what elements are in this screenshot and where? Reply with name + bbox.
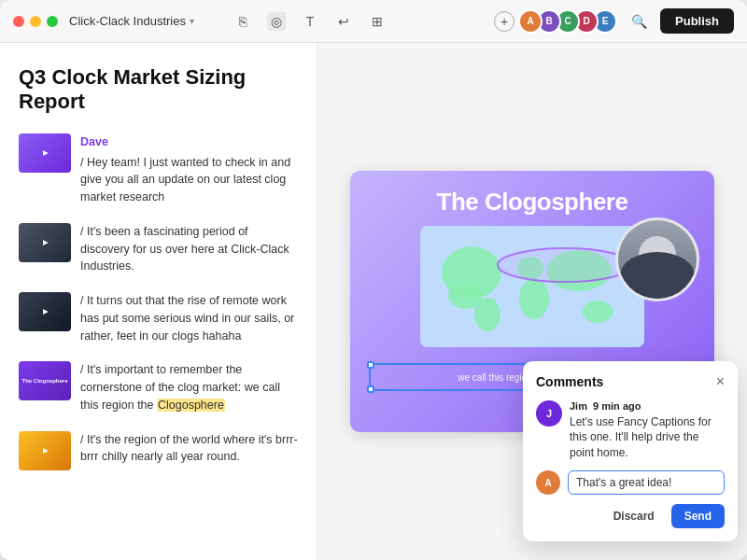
transcript-text-5: / It's the region of the world where it'… bbox=[80, 431, 298, 467]
svg-point-7 bbox=[583, 301, 613, 323]
app-name[interactable]: Click-Clack Industries ▾ bbox=[69, 14, 194, 28]
slide-map bbox=[420, 226, 644, 347]
list-item: ▶ / It's been a fascinating period of di… bbox=[19, 223, 298, 275]
handle-bl[interactable] bbox=[367, 385, 374, 393]
comment-input[interactable] bbox=[568, 470, 725, 495]
content-area: Q3 Clock Market Sizing Report ▶ Dave / H… bbox=[0, 43, 747, 560]
sidebar-title: Q3 Clock Market Sizing Report bbox=[19, 65, 298, 115]
list-item: ▶ Dave / Hey team! I just wanted to chec… bbox=[19, 133, 298, 206]
avatar-1: A bbox=[518, 9, 543, 34]
upload-tool[interactable]: ⎘ bbox=[233, 12, 252, 31]
app-window: Click-Clack Industries ▾ ⎘ ◎ T ↩ ⊞ + A B… bbox=[0, 0, 747, 560]
minimize-window-button[interactable] bbox=[30, 16, 41, 27]
discard-button[interactable]: Discard bbox=[604, 504, 664, 528]
collaborator-avatars: A B C D E bbox=[524, 9, 617, 34]
comment-text: Let's use Fancy Captions for this one. I… bbox=[570, 414, 725, 461]
search-button[interactable]: 🔍 bbox=[627, 9, 651, 34]
comments-header: Comments × bbox=[536, 374, 725, 389]
maximize-window-button[interactable] bbox=[47, 16, 58, 27]
comment-input-row: A bbox=[536, 470, 725, 495]
comment-body: Jim 9 min ago Let's use Fancy Captions f… bbox=[570, 400, 725, 461]
thumbnail-3[interactable]: ▶ bbox=[19, 292, 71, 331]
speaker-name: Dave bbox=[80, 133, 298, 151]
slide-title: The Clogosphere bbox=[350, 171, 714, 217]
transcript-text-1: Dave / Hey team! I just wanted to check … bbox=[80, 133, 298, 206]
comment-tool[interactable]: ↩ bbox=[334, 12, 353, 31]
list-item: The Clogosphere / It's important to reme… bbox=[19, 361, 298, 413]
thumbnail-4[interactable]: The Clogosphere bbox=[19, 361, 71, 400]
transcript-text-2: / It's been a fascinating period of disc… bbox=[80, 223, 298, 275]
close-comments-button[interactable]: × bbox=[716, 374, 725, 389]
list-item: ▶ / It turns out that the rise of remote… bbox=[19, 292, 298, 344]
comments-title: Comments bbox=[536, 374, 603, 389]
sidebar: Q3 Clock Market Sizing Report ▶ Dave / H… bbox=[0, 43, 317, 560]
comment-item: J Jim 9 min ago Let's use Fancy Captions… bbox=[536, 400, 725, 461]
publish-button[interactable]: Publish bbox=[660, 8, 734, 34]
app-name-chevron-icon: ▾ bbox=[190, 16, 194, 26]
handle-tl[interactable] bbox=[367, 361, 374, 369]
transcript-text-3: / It turns out that the rise of remote w… bbox=[80, 292, 298, 344]
svg-point-3 bbox=[474, 298, 500, 331]
list-item: ▶ / It's the region of the world where i… bbox=[19, 431, 298, 470]
slide-person bbox=[615, 217, 699, 301]
highlight-clogosphere: Clogosphere bbox=[157, 399, 225, 412]
comment-meta: Jim 9 min ago bbox=[570, 400, 725, 412]
comments-panel: Comments × J Jim 9 min ago Let's use Fan… bbox=[523, 361, 738, 541]
svg-point-5 bbox=[519, 278, 549, 319]
comment-avatar: J bbox=[536, 400, 562, 427]
close-window-button[interactable] bbox=[13, 16, 24, 27]
current-user-avatar: A bbox=[536, 470, 560, 495]
add-collaborator-button[interactable]: + bbox=[494, 11, 514, 32]
comment-actions: Discard Send bbox=[536, 504, 725, 528]
presentation-area: The Clogosphere bbox=[317, 43, 747, 560]
titlebar-right: + A B C D E 🔍 Publish bbox=[494, 8, 734, 34]
send-button[interactable]: Send bbox=[671, 504, 725, 528]
grid-tool[interactable]: ⊞ bbox=[368, 12, 387, 31]
thumbnail-2[interactable]: ▶ bbox=[19, 223, 71, 262]
toolbar-tools: ⎘ ◎ T ↩ ⊞ bbox=[233, 12, 387, 31]
text-tool[interactable]: T bbox=[301, 12, 319, 31]
thumbnail-1[interactable]: ▶ bbox=[19, 133, 71, 173]
transcript-text-4: / It's important to remember the corners… bbox=[80, 361, 298, 413]
record-tool[interactable]: ◎ bbox=[267, 12, 286, 31]
svg-point-9 bbox=[498, 248, 632, 282]
traffic-lights bbox=[13, 16, 58, 27]
thumbnail-5[interactable]: ▶ bbox=[19, 431, 71, 470]
titlebar: Click-Clack Industries ▾ ⎘ ◎ T ↩ ⊞ + A B… bbox=[0, 0, 747, 43]
